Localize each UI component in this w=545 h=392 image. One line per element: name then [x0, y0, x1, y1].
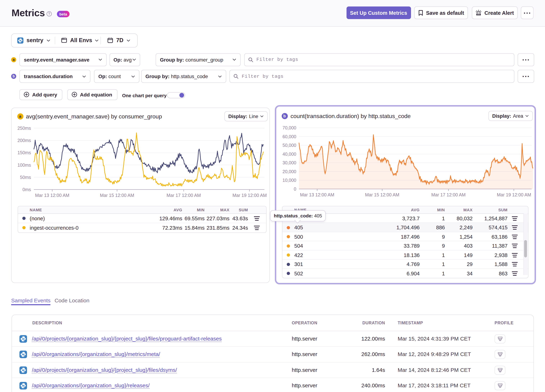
svg-text:100ms: 100ms — [18, 162, 31, 167]
svg-text:30,000: 30,000 — [283, 160, 296, 165]
svg-text:Mar 15 12:00 AM: Mar 15 12:00 AM — [365, 192, 399, 197]
svg-text:20,000: 20,000 — [283, 169, 296, 174]
svg-text:Mar 15 12:00 AM: Mar 15 12:00 AM — [100, 193, 134, 198]
svg-text:Mar 19 12:00 AM: Mar 19 12:00 AM — [497, 192, 531, 197]
svg-text:10,000: 10,000 — [283, 178, 296, 183]
svg-text:0: 0 — [294, 186, 296, 191]
svg-text:150ms: 150ms — [18, 150, 31, 155]
svg-text:Mar 17 12:00 AM: Mar 17 12:00 AM — [431, 192, 465, 197]
svg-text:60,000: 60,000 — [283, 134, 296, 139]
svg-text:Mar 19 12:00 AM: Mar 19 12:00 AM — [233, 193, 267, 198]
svg-text:50ms: 50ms — [20, 175, 31, 180]
svg-text:200ms: 200ms — [18, 138, 31, 143]
svg-text:Mar 13 12:00 AM: Mar 13 12:00 AM — [300, 192, 334, 197]
svg-text:250ms: 250ms — [18, 125, 31, 130]
svg-text:70,000: 70,000 — [283, 125, 296, 130]
svg-text:40,000: 40,000 — [283, 152, 296, 157]
svg-text:0ms: 0ms — [23, 187, 31, 192]
svg-text:50,000: 50,000 — [283, 143, 296, 148]
svg-text:Mar 17 12:00 AM: Mar 17 12:00 AM — [167, 193, 201, 198]
svg-text:Mar 13 12:00 AM: Mar 13 12:00 AM — [35, 193, 69, 198]
